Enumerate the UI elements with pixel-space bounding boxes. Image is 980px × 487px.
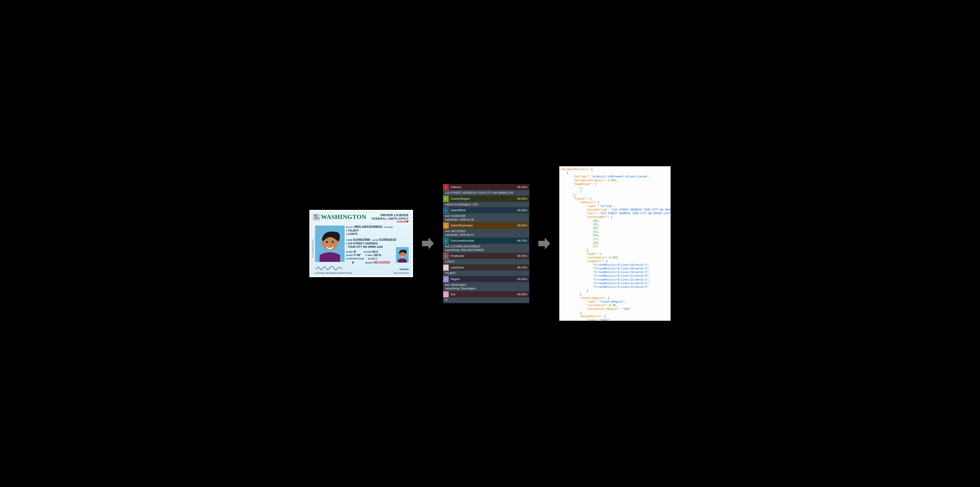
rev-date: REV 07/01/2018 (394, 272, 409, 274)
field-region[interactable]: 1Region99.00%text: WashingtonvalueString… (443, 276, 529, 291)
veteran-badge: Veteran (399, 267, 409, 271)
svg-point-2 (326, 241, 328, 243)
address-line-1: 123 STREET ADDRESS (348, 242, 378, 245)
field-confidence: 98.70% (517, 266, 529, 269)
state-name: WASHINGTON (321, 214, 366, 220)
field-name: Region (449, 277, 517, 281)
dd-line: 5 DD WDLABCD456DG1234567XX1101 (315, 272, 352, 274)
field-confidence: 99.00% (517, 293, 529, 296)
field-confidence: 98.70% (517, 239, 529, 242)
field-value: text: LIC#WDLABCD456DGvalueString: WDLAB… (443, 244, 529, 253)
license-photo (315, 226, 345, 262)
field-count-badge: 1 (443, 253, 449, 259)
field-name: DateOfExpiration (449, 224, 517, 227)
license-title-block: DRIVER LICENSE FEDERAL LIMITS APPLY DONO… (372, 213, 409, 223)
field-count-badge: 1 (443, 207, 449, 213)
field-count-badge: 1 (443, 196, 449, 202)
field-count-badge: 1 (443, 184, 449, 190)
side-barcode: 20 1234567X1101 (312, 221, 315, 257)
field-count-badge: 1 (443, 223, 449, 229)
exp: 08/12/2020 (373, 260, 390, 264)
address-line-2: YOUR CITY WA 99999-1234 (348, 245, 383, 248)
field-name: CountryRegion (449, 197, 517, 201)
sex: M (354, 250, 356, 253)
signature (315, 266, 343, 271)
lic-number: WDLABCD456DG (354, 224, 383, 229)
field-count-badge: 1 (443, 276, 449, 282)
field-value: valueCountryRegion: USA (443, 202, 529, 207)
state-code-bot: USA (314, 217, 319, 220)
license-card-container: WA USA WASHINGTON DRIVER LICENSE FEDERAL… (309, 210, 413, 277)
surname: TALBOT (348, 229, 359, 232)
field-value: M (443, 297, 529, 303)
field-countryregion[interactable]: 1CountryRegion99.00%valueCountryRegion: … (443, 196, 529, 207)
field-confidence: 99.00% (517, 208, 529, 212)
svg-point-7 (403, 254, 404, 255)
field-docnumber[interactable]: 1DocumentNumber98.70%text: LIC#WDLABCD45… (443, 238, 529, 253)
json-output-pane: "documentResults": [ { "docType": "prebu… (559, 166, 671, 321)
field-value: text: 01/06/1958valueDate: 1958-01-06 (443, 213, 529, 222)
field-name: FirstName (449, 254, 517, 258)
field-confidence: 98.50% (517, 254, 529, 258)
field-count-badge: 1 (443, 238, 449, 244)
field-name: Address (449, 185, 517, 189)
field-confidence: 99.00% (517, 224, 529, 227)
field-value: TALBOT (443, 271, 529, 276)
license-fields: 4d LIC# WDLABCD456DG 9 CLASS 1 TALBOT 2 … (346, 224, 396, 264)
field-dateofbirth[interactable]: 1DateOfBirth99.00%text: 01/06/1958valueD… (443, 207, 529, 223)
field-name: DocumentNumber (449, 239, 517, 242)
field-name: DateOfBirth (449, 208, 517, 212)
field-confidence: 99.00% (517, 277, 529, 281)
donor-badge: DONOR (372, 220, 409, 223)
given-name: LIAM R. (348, 232, 358, 236)
svg-point-6 (401, 254, 401, 255)
field-value: LIAM R. (443, 259, 529, 264)
state-code-box: WA USA (313, 214, 320, 220)
field-count-badge: 1 (443, 265, 449, 271)
field-address[interactable]: 1Address96.50%123 STREET ADDRESS YOUR CI… (443, 184, 529, 196)
field-name: LastName (449, 266, 517, 269)
field-confidence: 99.00% (517, 197, 529, 201)
license-mini-photo (396, 247, 409, 263)
dob: 01/06/1958 (353, 237, 370, 242)
results-panel: 1Address96.50%123 STREET ADDRESS YOUR CI… (443, 184, 529, 303)
field-sex[interactable]: 1Sex99.00%M (443, 291, 529, 303)
field-name: Sex (449, 293, 517, 296)
iss: 01/06/2015 (379, 237, 396, 242)
field-confidence: 96.50% (517, 185, 529, 189)
title-line-2: FEDERAL LIMITS APPLY (372, 217, 409, 220)
field-firstname[interactable]: 1FirstName98.50%LIAM R. (443, 253, 529, 265)
arrow-icon (422, 237, 434, 250)
field-lastname[interactable]: 1LastName98.70%TALBOT (443, 265, 529, 276)
field-value: 123 STREET ADDRESS YOUR CITY WA 99999-12… (443, 190, 529, 196)
field-value: text: WashingtonvalueString: Washington (443, 282, 529, 291)
field-dateofexp[interactable]: 1DateOfExpiration99.00%text: 08/12/2020v… (443, 223, 529, 238)
svg-point-3 (332, 241, 334, 243)
field-count-badge: 1 (443, 291, 449, 297)
title-line-1: DRIVER LICENSE (372, 213, 409, 217)
arrow-icon (538, 237, 550, 250)
field-value: text: 08/12/2020valueDate: 2020-08-12 (443, 229, 529, 237)
license-card: WA USA WASHINGTON DRIVER LICENSE FEDERAL… (311, 212, 411, 275)
